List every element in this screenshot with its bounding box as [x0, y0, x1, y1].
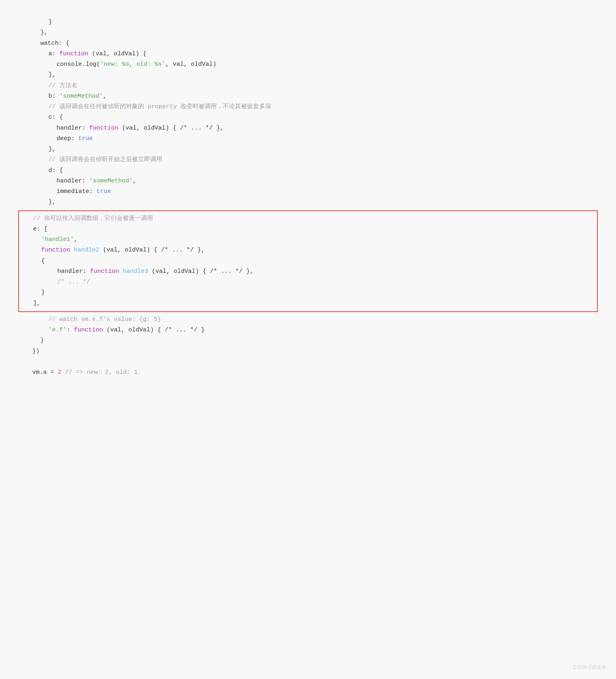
code-line: } }, watch: { a: function (val, oldVal) … [0, 16, 616, 209]
code-block-after: // watch vm.e.f's value: {g: 5} 'e.f': f… [0, 314, 616, 379]
code-block-before: } }, watch: { a: function (val, oldVal) … [0, 8, 616, 379]
highlight-section: // 你可以传入回调数组，它们会被逐一调用 e: [ 'handle1', fu… [18, 210, 598, 312]
code-container: } }, watch: { a: function (val, oldVal) … [0, 0, 616, 679]
watermark: CSDN ©@未来- [573, 664, 608, 671]
